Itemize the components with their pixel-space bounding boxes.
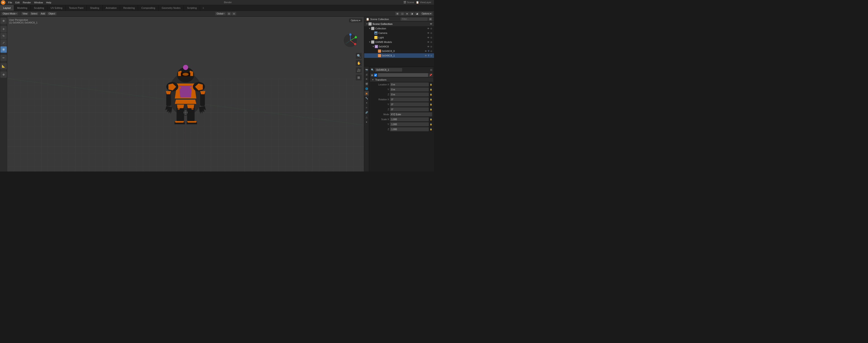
options-btn[interactable]: Options ▾	[421, 12, 433, 15]
light-visibility[interactable]: 👁	[427, 36, 430, 39]
location-x-value[interactable]: 0 m	[390, 83, 429, 87]
shading-wire[interactable]: ◻	[400, 12, 405, 15]
tab-texture-paint[interactable]: Texture Paint	[66, 5, 87, 11]
prop-tab-scene[interactable]: 🎬	[364, 82, 369, 86]
menu-file[interactable]: File	[7, 1, 13, 4]
tool-annotate[interactable]: ✏	[0, 55, 7, 61]
location-y-lock[interactable]: 🔒	[430, 88, 432, 91]
add-workspace-tab[interactable]: +	[200, 5, 206, 11]
scale-y-lock[interactable]: 🔒	[430, 123, 432, 125]
rotation-x-value[interactable]: 0°	[390, 97, 429, 101]
prop-tab-output[interactable]: 🖨	[364, 72, 369, 76]
tool-add[interactable]: ⊕	[0, 71, 7, 78]
prop-tab-render[interactable]: 📷	[364, 67, 369, 72]
rotation-mode-select[interactable]: XYZ Euler	[390, 112, 432, 116]
mesh1-filter[interactable]: ⊽	[428, 55, 430, 57]
collection-visibility[interactable]: 👁	[427, 27, 430, 30]
rotation-z-value[interactable]: 0°	[390, 107, 429, 112]
object-visibility-checkbox[interactable]	[374, 74, 377, 76]
outliner-0x549c8[interactable]: ▼ ▣ 0x549C8 👁 ◎	[364, 44, 434, 49]
tab-sculpting[interactable]: Sculpting	[31, 5, 48, 11]
scene-selector[interactable]: 🎬 Scene	[403, 1, 414, 4]
outliner-0x549c8-0[interactable]: ▶ △ 0x549C8_0 👁 ⊽ ◎	[364, 49, 434, 53]
gwmb-toggle[interactable]: ◎	[430, 41, 432, 43]
scale-x-value[interactable]: 1.000	[390, 117, 429, 121]
axis-gizmo[interactable]: Z Y X	[342, 33, 358, 49]
camera-toggle[interactable]: ◎	[430, 32, 432, 34]
tool-cursor[interactable]: ⊕	[0, 18, 7, 24]
object-name-input[interactable]: 0x549C8_1	[378, 73, 428, 77]
shading-render[interactable]: ◕	[415, 12, 420, 15]
outliner-collection[interactable]: ▼ ◻ Collection 👁 ◎	[364, 26, 434, 31]
properties-expand-icon[interactable]: ⊟	[430, 68, 432, 71]
scale-y-value[interactable]: 1.000	[390, 122, 429, 126]
mesh0-visibility[interactable]: 👁	[425, 50, 427, 53]
prop-tab-physics[interactable]: ⚛	[364, 105, 369, 110]
tool-rotate[interactable]: ↻	[0, 33, 7, 39]
visibility-toggle[interactable]: 👁	[430, 23, 432, 25]
mesh0-filter[interactable]: ⊽	[428, 50, 430, 52]
tab-animation[interactable]: Animation	[103, 5, 120, 11]
rotation-y-lock[interactable]: 🔒	[430, 103, 432, 105]
collection-toggle-render[interactable]: ◎	[430, 27, 432, 30]
add-menu[interactable]: Add	[39, 12, 46, 15]
proportional-edit[interactable]: ⊙	[232, 12, 236, 15]
location-z-value[interactable]: 0 m	[390, 92, 429, 96]
global-selector[interactable]: Global ▾	[215, 12, 226, 15]
outliner-gwmb-models[interactable]: ▼ ◻ GWMB Models 👁 ◎	[364, 40, 434, 44]
tab-compositing[interactable]: Compositing	[138, 5, 158, 11]
rotation-y-value[interactable]: 0°	[390, 102, 429, 106]
outliner-0x549c8-1[interactable]: ▶ △ 0x549C8_1 👁 ⊽ ◎	[364, 53, 434, 58]
prop-tab-modifier[interactable]: 🔧	[364, 96, 369, 100]
tab-uv-editing[interactable]: UV Editing	[48, 5, 66, 11]
mode-selector[interactable]: Object Mode ▾	[1, 12, 18, 15]
mesh1-visibility[interactable]: 👁	[425, 55, 427, 57]
prop-tab-data[interactable]: △	[364, 115, 369, 119]
select-menu[interactable]: Select	[30, 12, 39, 15]
location-z-lock[interactable]: 🔒	[430, 93, 432, 96]
zoom-to-fit-btn[interactable]: 🔍	[356, 53, 362, 59]
outliner-camera[interactable]: ▶ 📷 Camera 👁 ◎	[364, 31, 434, 35]
outliner-scene-collection[interactable]: ▼ ◻ Scene Collection 👁	[364, 22, 434, 26]
tool-transform[interactable]: ⊞	[0, 46, 7, 53]
menu-render[interactable]: Render	[22, 1, 32, 4]
properties-search-input[interactable]	[375, 68, 402, 72]
3d-viewport[interactable]: User Perspective (1) 0x549C8 | 0x549C8_1	[7, 17, 364, 172]
mesh1-toggle[interactable]: ◎	[430, 55, 432, 57]
view-menu[interactable]: View	[21, 12, 29, 15]
overlay-btn[interactable]: ⊞	[395, 12, 400, 15]
transform-section-header[interactable]: ▼ Transform	[370, 78, 433, 82]
gwmb-visibility[interactable]: 👁	[427, 41, 430, 43]
tool-scale[interactable]: ⤢	[0, 39, 7, 46]
rotation-x-lock[interactable]: 🔒	[430, 98, 432, 100]
pan-btn[interactable]: ✋	[356, 60, 362, 66]
rotation-z-lock[interactable]: 🔒	[430, 108, 432, 111]
obj-visibility[interactable]: 👁	[427, 45, 430, 48]
view-layer-selector[interactable]: 📋 ViewLayer	[416, 1, 431, 4]
outliner-filter-btn[interactable]: ⊟	[429, 18, 432, 21]
prop-tab-particles[interactable]: ✦	[364, 100, 369, 105]
prop-tab-world[interactable]: 🌐	[364, 86, 369, 91]
menu-help[interactable]: Help	[45, 1, 53, 4]
outliner-search[interactable]	[401, 18, 428, 21]
menu-edit[interactable]: Edit	[14, 1, 21, 4]
object-pin-icon[interactable]: 📌	[429, 74, 432, 76]
tab-geometry-nodes[interactable]: Geometry Nodes	[158, 5, 184, 11]
shading-material[interactable]: ◑	[410, 12, 414, 15]
snap-toggle[interactable]: ⊡	[227, 12, 231, 15]
outliner-light[interactable]: ▶ 💡 Light 👁 ◎	[364, 35, 434, 40]
tool-move[interactable]: ✛	[0, 26, 7, 32]
light-toggle[interactable]: ◎	[430, 36, 432, 39]
scale-z-value[interactable]: 1.000	[390, 127, 429, 131]
location-x-lock[interactable]: 🔒	[430, 83, 432, 86]
tab-rendering[interactable]: Rendering	[120, 5, 138, 11]
toggle-grid-btn[interactable]: ⊞	[356, 74, 362, 81]
camera-view-btn[interactable]: 🎥	[356, 67, 362, 73]
scale-z-lock[interactable]: 🔒	[430, 128, 432, 130]
prop-tab-view-layer[interactable]: 👁	[364, 77, 369, 81]
menu-window[interactable]: Window	[33, 1, 44, 4]
location-y-value[interactable]: 0 m	[390, 88, 429, 92]
object-menu[interactable]: Object	[47, 12, 57, 15]
prop-tab-material[interactable]: ●	[364, 120, 369, 124]
tab-shading[interactable]: Shading	[87, 5, 102, 11]
